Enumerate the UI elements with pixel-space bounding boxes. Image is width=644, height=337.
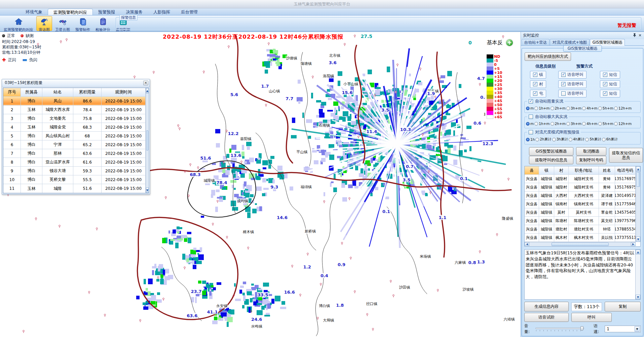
voice-call-checkbox[interactable]: 语音呼叫	[558, 80, 586, 88]
radio-option[interactable]: 5h+m	[598, 122, 613, 126]
scroll-down-icon[interactable]: ▼	[636, 237, 640, 242]
table-row[interactable]: 10博白英桥文黎55.52022-08-19 15:00	[3, 175, 146, 184]
radio-option[interactable]: 6h累计	[602, 137, 618, 142]
slider-thumb[interactable]	[580, 326, 583, 331]
message-vscrollbar[interactable]: ▲ ▼	[635, 250, 640, 299]
speed-dropdown[interactable]: 1 ▼	[605, 326, 641, 332]
volume-slider[interactable]	[535, 326, 584, 332]
gis-select-button[interactable]: GIS预警区域圈选	[529, 147, 573, 156]
rain-live-checkbox[interactable]	[529, 99, 533, 103]
table-row[interactable]: 兴业县城隍镇城隍村城隍村支书黄铸135176975	[525, 175, 636, 183]
table-row[interactable]: 兴业县城隍镇城隍村城隍村支书黄铸135176975	[525, 183, 636, 192]
scroll-up-icon[interactable]: ▲	[636, 250, 640, 254]
table-row[interactable]: 8博白亚山温罗水库61.62022-08-19 15:00	[3, 158, 146, 167]
radio-option[interactable]: 3h+m	[566, 122, 581, 126]
close-icon[interactable]: ✕	[637, 33, 643, 38]
close-icon[interactable]: ✕	[143, 81, 148, 85]
sms-checkbox[interactable]: 短信	[600, 90, 620, 97]
panel-tab-1[interactable]: 自动站+雷达	[522, 39, 550, 45]
radio-option[interactable]: 1h	[526, 137, 535, 141]
level-checkbox[interactable]: 屯	[530, 90, 546, 97]
pin-icon[interactable]	[632, 33, 637, 38]
scroll-up-icon[interactable]: ▲	[636, 166, 640, 172]
radio-option[interactable]: m	[526, 122, 534, 126]
copy-number-button[interactable]: 复制呼叫号码	[576, 156, 606, 164]
level-checkbox[interactable]: 村	[530, 80, 546, 88]
table-row[interactable]: 兴业县城隍镇陈塘村陈塘村支书莫文绍139775796	[525, 217, 636, 225]
scrollbar-thumb[interactable]	[552, 243, 609, 246]
extract-sms-button[interactable]: 提取发短信的信息员	[609, 148, 643, 163]
table-row[interactable]: 2玉林城隍大西水库78.42022-08-19 15:00	[3, 106, 146, 114]
table-row[interactable]: 6博白宁潭65.22022-08-19 15:00	[3, 140, 146, 149]
scrollbar-thumb[interactable]	[146, 130, 148, 151]
voice-call-checkbox[interactable]: 语音呼叫	[558, 71, 586, 79]
radio-option[interactable]: 2h+m	[551, 122, 566, 126]
sms-checkbox[interactable]: 短信	[600, 71, 620, 79]
table-row[interactable]: 1博白凤山86.62022-08-19 15:00	[3, 97, 146, 106]
message-box[interactable]: 玉林市气象台19日5时15分发布暴雨橙色预警信号：4时以来兴业县城隍大西水库已出…	[524, 249, 641, 300]
sms-checkbox[interactable]: 短信	[600, 80, 620, 88]
menu-tab-3[interactable]: 预警预报	[93, 9, 120, 15]
forecast-checkbox[interactable]	[529, 130, 533, 134]
toolbar-button-score[interactable]: 检验评分	[93, 16, 113, 31]
scrollbar-thumb[interactable]	[636, 172, 640, 187]
toolbar-button-warning-make[interactable]: 预警制作	[73, 16, 92, 31]
scroll-right-icon[interactable]: ▶	[631, 242, 636, 246]
level-checkbox[interactable]: 镇	[530, 71, 546, 79]
map-canvas[interactable]: 2022-08-19 12时36分至2022-08-19 12时46分累积降水预…	[0, 32, 521, 337]
table-row[interactable]: 兴业县城隍镇大西村大西村支书梁泽建130149571	[525, 192, 636, 200]
radio-option[interactable]: 1h+m	[534, 122, 550, 126]
table-row[interactable]: 5博白凤山镇凤山村682022-08-19 15:00	[3, 132, 146, 140]
rainfall-table-scrollbar[interactable]: ▲ ▼	[146, 88, 149, 193]
voice-preview-button[interactable]: 语音试听	[524, 313, 569, 322]
zoom-in-button[interactable]: +	[505, 39, 514, 47]
toolbar-button-home[interactable]: 监测预警靶向叫应	[1, 16, 36, 31]
menu-tab-4[interactable]: 决策服务	[120, 9, 148, 15]
menu-tab-6[interactable]: 后台管理	[176, 9, 203, 15]
radio-option[interactable]: 5h累计	[585, 137, 601, 142]
cancel-select-button[interactable]: 取消圈选	[576, 147, 606, 156]
menu-tab-1[interactable]: 环境气象	[20, 9, 48, 15]
table-row[interactable]: 兴业县城隍镇莫村莫村支书覃金乾134575405	[525, 208, 636, 217]
radio-option[interactable]: m	[526, 106, 534, 110]
table-row[interactable]: 3博白文地姜充75.82022-08-19 15:00	[3, 114, 146, 123]
table-row[interactable]: 4玉林城隍金党68.32022-08-19 15:00	[3, 123, 146, 132]
menu-tab-2[interactable]: 监测预警靶向叫应	[48, 9, 93, 15]
copy-button[interactable]: 复制	[605, 302, 641, 311]
call-button[interactable]: 呼叫	[571, 313, 612, 322]
menu-tab-5[interactable]: 人影指挥	[148, 9, 176, 15]
voice-call-checkbox[interactable]: 语音呼叫	[558, 90, 586, 97]
radio-option[interactable]: 5h+m	[598, 106, 613, 110]
radio-option[interactable]: 12h+m	[614, 106, 632, 110]
radio-option[interactable]: 4h+m	[582, 122, 597, 126]
panel-tab-2[interactable]: 对流尺度模式+地图	[550, 39, 590, 45]
radio-option[interactable]: 3h累计	[552, 137, 568, 142]
scroll-up-icon[interactable]: ▲	[146, 88, 149, 93]
radio-option[interactable]: 2h累计	[535, 137, 551, 142]
radio-option[interactable]: 4h累计	[569, 137, 584, 142]
extract-call-button[interactable]: 提取呼叫的信息员	[529, 156, 573, 164]
generate-message-button[interactable]: 生成信息内容	[524, 302, 569, 311]
radio-option[interactable]: 12h+m	[614, 122, 632, 126]
contact-table-vscrollbar[interactable]: ▲ ▼	[636, 166, 640, 242]
target-call-level-button[interactable]: 靶向叫应的级别和方式	[525, 52, 571, 61]
radio-option[interactable]: 1h+m	[534, 106, 550, 110]
table-row[interactable]: 兴业县城隍镇枫木村枫木村支书吴以悦137375511	[525, 234, 636, 242]
scroll-left-icon[interactable]: ◀	[525, 242, 529, 246]
radio-option[interactable]: 3h+m	[566, 106, 581, 110]
scroll-down-icon[interactable]: ▼	[146, 187, 149, 193]
table-row[interactable]: 兴业县城隍镇塘肚村塘肚村支书钟塔137885534	[525, 225, 636, 234]
radio-option[interactable]: 2h+m	[551, 106, 566, 110]
contact-table-hscrollbar[interactable]: ◀ ▶	[525, 242, 636, 246]
table-row[interactable]: 7博白那林63.62022-08-19 15:00	[3, 149, 146, 158]
table-row[interactable]: 11玉林城隍51.62022-08-19 15:00	[3, 184, 146, 193]
toolbar-button-radar[interactable]: 雷达图	[36, 16, 52, 31]
panel-tab-3[interactable]: GIS预警区域圈选	[590, 39, 625, 46]
wind-live-checkbox[interactable]	[529, 115, 533, 119]
radio-option[interactable]: 4h+m	[582, 106, 597, 110]
toolbar-button-satellite[interactable]: 卫星云图	[53, 16, 72, 31]
rainfall-window-titlebar[interactable]: 03时~15时累积雨量 ✕	[2, 79, 150, 87]
scroll-down-icon[interactable]: ▼	[636, 295, 640, 299]
table-row[interactable]: 9博白顿谷大塘59.32022-08-19 15:00	[3, 167, 146, 175]
table-row[interactable]: 兴业县城隍镇镇南村镇南村支书谭于模151775946	[525, 200, 636, 208]
